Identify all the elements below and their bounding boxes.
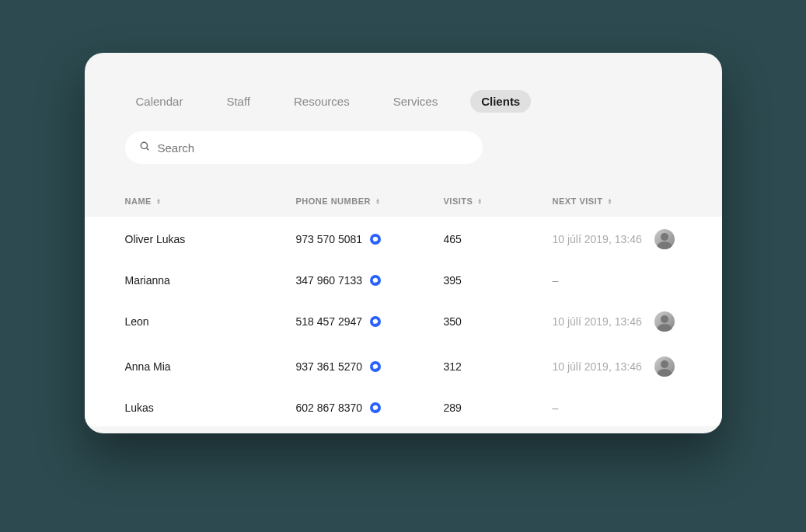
search-container [85,113,722,164]
client-next-visit-cell: 10 júlí 2019, 13:46 [553,229,682,249]
client-next-visit: – [553,402,559,414]
column-header-phone[interactable]: PHONE NUMBER ▲▼ [296,196,444,206]
column-header-name[interactable]: NAME ▲▼ [125,196,296,206]
tab-staff[interactable]: Staff [215,90,261,113]
search-input[interactable] [158,141,469,155]
client-phone: 347 960 7133 [296,274,363,287]
client-visits: 350 [444,315,553,328]
client-phone-cell: 602 867 8370 [296,402,444,414]
svg-point-3 [657,242,672,249]
client-phone-cell: 937 361 5270 [296,360,444,373]
tab-services[interactable]: Services [382,90,449,113]
svg-point-7 [657,369,672,377]
client-next-visit-cell: 10 júlí 2019, 13:46 [553,311,682,332]
client-next-visit-cell: 10 júlí 2019, 13:46 [553,356,682,377]
table-row[interactable]: Oliver Lukas 973 570 5081 465 10 júlí 20… [85,217,722,262]
chat-icon[interactable] [370,316,381,327]
sort-icon: ▲▼ [607,198,612,204]
svg-point-2 [661,233,668,241]
column-header-visits[interactable]: VISITS ▲▼ [444,196,553,206]
avatar [654,311,675,332]
column-label: NEXT VISIT [553,196,603,206]
client-name: Lukas [125,402,296,414]
client-phone: 937 361 5270 [296,360,363,373]
table-header: NAME ▲▼ PHONE NUMBER ▲▼ VISITS ▲▼ NEXT V… [85,186,722,217]
client-phone-cell: 973 570 5081 [296,233,444,245]
client-name: Anna Mia [125,360,296,373]
client-name: Oliver Lukas [125,233,296,245]
chat-icon[interactable] [370,234,381,245]
client-phone-cell: 347 960 7133 [296,274,444,287]
chat-icon[interactable] [370,361,381,372]
client-phone-cell: 518 457 2947 [296,315,444,328]
client-name: Marianna [125,274,296,287]
clients-table: NAME ▲▼ PHONE NUMBER ▲▼ VISITS ▲▼ NEXT V… [85,186,722,426]
tab-resources[interactable]: Resources [283,90,361,113]
client-visits: 289 [444,402,553,414]
sort-icon: ▲▼ [156,198,161,204]
client-next-visit: 10 júlí 2019, 13:46 [553,360,642,373]
search-icon [139,141,150,155]
table-row[interactable]: Marianna 347 960 7133 395 – [85,262,722,299]
client-visits: 395 [444,274,553,287]
svg-point-5 [657,324,672,332]
column-label: VISITS [444,196,473,206]
column-label: NAME [125,196,152,206]
tab-calendar[interactable]: Calendar [125,90,194,113]
sort-icon: ▲▼ [375,198,380,204]
svg-point-4 [661,315,668,323]
client-phone: 518 457 2947 [296,315,363,328]
client-next-visit-cell: – [553,402,682,414]
avatar [654,356,675,377]
table-row[interactable]: Leon 518 457 2947 350 10 júlí 2019, 13:4… [85,299,722,344]
search-box[interactable] [125,131,483,164]
client-next-visit: 10 júlí 2019, 13:46 [553,233,642,245]
svg-point-0 [141,142,147,148]
client-visits: 312 [444,360,553,373]
client-next-visit: 10 júlí 2019, 13:46 [553,315,642,328]
avatar [654,229,675,249]
table-body: Oliver Lukas 973 570 5081 465 10 júlí 20… [85,217,722,426]
chat-icon[interactable] [370,275,381,286]
tab-clients[interactable]: Clients [470,90,531,113]
table-row[interactable]: Lukas 602 867 8370 289 – [85,389,722,426]
client-next-visit: – [553,274,559,287]
app-card: Calendar Staff Resources Services Client… [85,53,722,433]
sort-icon: ▲▼ [477,198,482,204]
svg-point-6 [661,360,668,368]
client-next-visit-cell: – [553,274,682,287]
column-header-next-visit[interactable]: NEXT VISIT ▲▼ [553,196,682,206]
client-phone: 602 867 8370 [296,402,363,414]
column-label: PHONE NUMBER [296,196,371,206]
table-row[interactable]: Anna Mia 937 361 5270 312 10 júlí 2019, … [85,344,722,389]
client-visits: 465 [444,233,553,245]
chat-icon[interactable] [370,402,381,413]
tabs-nav: Calendar Staff Resources Services Client… [85,53,722,113]
svg-line-1 [146,148,148,151]
client-phone: 973 570 5081 [296,233,363,245]
client-name: Leon [125,315,296,328]
